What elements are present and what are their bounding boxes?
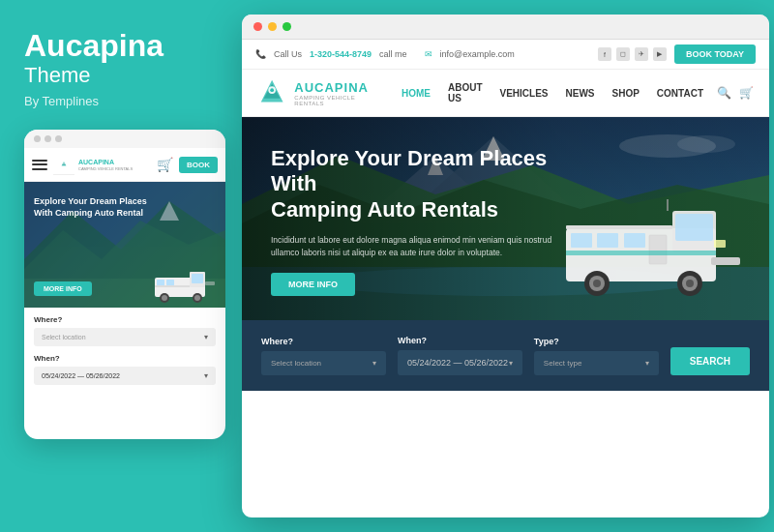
svg-rect-36 xyxy=(675,214,713,241)
email-icon: ✉ xyxy=(425,49,432,59)
mobile-logo-icon xyxy=(53,154,74,175)
by-line: By Templines xyxy=(24,94,213,108)
svg-point-44 xyxy=(593,280,601,287)
nav-link-about[interactable]: ABOUT US xyxy=(448,82,483,103)
svg-rect-51 xyxy=(714,240,726,248)
site-nav-links: HOME ABOUT US VEHICLES NEWS SHOP CONTACT xyxy=(402,82,703,103)
mobile-when-select[interactable]: 05/24/2022 — 05/26/2022 ▾ xyxy=(34,367,216,385)
mobile-hero: Explore Your Dream Places With Camping A… xyxy=(24,182,225,308)
svg-rect-40 xyxy=(649,235,667,264)
when-value: 05/24/2022 — 05/26/2022 xyxy=(407,358,508,368)
call-me-link[interactable]: call me xyxy=(379,49,407,59)
mobile-nav: AUCAPINA CAMPING VEHICLE RENTALS 🛒 BOOK xyxy=(24,148,225,182)
social-icons: f ◻ ✈ ▶ xyxy=(598,47,667,61)
site-hero-headline: Explore Your Dream Places With Camping A… xyxy=(271,146,580,222)
mobile-logo-name: AUCAPINA xyxy=(78,159,133,166)
book-today-btn[interactable]: BOOK TODAY xyxy=(674,44,756,64)
type-placeholder: Select type xyxy=(544,359,582,368)
mobile-where-select[interactable]: Select location ▾ xyxy=(34,328,216,346)
type-field: Type? Select type ▾ xyxy=(534,337,659,375)
mobile-book-btn[interactable]: BOOK xyxy=(179,157,218,173)
type-select[interactable]: Select type ▾ xyxy=(534,351,659,375)
where-chevron-icon: ▾ xyxy=(372,359,376,368)
svg-point-47 xyxy=(686,280,694,287)
mobile-hero-btn[interactable]: MORE INFO xyxy=(34,281,92,296)
svg-rect-50 xyxy=(566,225,672,229)
svg-rect-16 xyxy=(157,280,164,285)
svg-point-12 xyxy=(162,295,167,301)
mobile-when-label: When? xyxy=(34,354,216,363)
svg-rect-39 xyxy=(624,233,645,248)
mobile-hero-headline: Explore Your Dream Places With Camping A… xyxy=(34,196,150,219)
when-select[interactable]: 05/24/2022 — 05/26/2022 ▾ xyxy=(398,350,522,375)
site-hero-body: Incididunt ut labore eut dolore magna al… xyxy=(271,234,580,259)
mobile-camper-svg xyxy=(153,264,221,303)
svg-rect-10 xyxy=(192,274,203,283)
brand-subtitle: Theme xyxy=(24,63,213,88)
mobile-dot-2 xyxy=(45,135,51,142)
cart-nav-icon[interactable]: 🛒 xyxy=(739,86,754,100)
when-field: When? 05/24/2022 — 05/26/2022 ▾ xyxy=(398,336,522,375)
site-logo-icon xyxy=(257,77,286,108)
youtube-icon[interactable]: ▶ xyxy=(653,47,667,61)
mobile-logo: AUCAPINA CAMPING VEHICLE RENTALS xyxy=(53,154,151,175)
hamburger-icon[interactable] xyxy=(32,160,47,170)
svg-point-14 xyxy=(194,295,200,301)
nav-link-vehicles[interactable]: VEHICLES xyxy=(500,88,549,99)
email-address[interactable]: info@example.com xyxy=(440,49,515,59)
site-topbar: 📞 Call Us 1-320-544-8749 call me ✉ info@… xyxy=(242,40,769,70)
mobile-mockup: AUCAPINA CAMPING VEHICLE RENTALS 🛒 BOOK … xyxy=(24,130,225,439)
more-info-btn[interactable]: MORE INFO xyxy=(271,273,355,296)
mobile-hero-text: Explore Your Dream Places With Camping A… xyxy=(34,196,150,219)
svg-rect-48 xyxy=(711,257,740,265)
right-panel: 📞 Call Us 1-320-544-8749 call me ✉ info@… xyxy=(242,15,769,517)
where-select[interactable]: Select location ▾ xyxy=(261,351,386,375)
svg-rect-41 xyxy=(566,251,716,255)
mobile-where-label: Where? xyxy=(34,315,216,324)
svg-rect-15 xyxy=(155,285,190,287)
site-nav: AUCAPINA CAMPING VEHICLE RENTALS HOME AB… xyxy=(242,70,769,117)
brand-title: Aucapina xyxy=(24,29,213,63)
cart-icon[interactable]: 🛒 xyxy=(157,157,173,172)
search-button[interactable]: SEARCH xyxy=(670,347,750,375)
facebook-icon[interactable]: f xyxy=(598,47,611,61)
svg-rect-18 xyxy=(205,281,215,285)
site-hero-content: Explore Your Dream Places With Camping A… xyxy=(271,146,580,296)
left-panel: Aucapina Theme By Templines AUCAPINA C xyxy=(0,0,237,532)
nav-link-news[interactable]: NEWS xyxy=(566,88,595,99)
where-label: Where? xyxy=(261,337,386,346)
mobile-form: Where? Select location ▾ When? 05/24/202… xyxy=(24,308,225,400)
site-hero-camper-svg xyxy=(556,190,750,306)
where-placeholder: Select location xyxy=(271,359,321,368)
site-hero: Explore Your Dream Places With Camping A… xyxy=(242,117,769,320)
nav-link-contact[interactable]: CONTACT xyxy=(657,88,703,99)
phone-icon: 📞 xyxy=(255,49,266,59)
instagram-icon[interactable]: ◻ xyxy=(616,47,630,61)
browser-minimize-dot xyxy=(268,22,277,31)
site-nav-icons: 🔍 🛒 xyxy=(717,86,754,100)
mobile-logo-tagline: CAMPING VEHICLE RENTALS xyxy=(78,166,133,171)
search-icon[interactable]: 🔍 xyxy=(717,86,731,100)
site-search-bar: Where? Select location ▾ When? 05/24/202… xyxy=(242,320,769,391)
when-chevron-icon: ▾ xyxy=(509,359,513,368)
when-label: When? xyxy=(398,336,522,345)
type-chevron-icon: ▾ xyxy=(645,359,649,368)
telegram-icon[interactable]: ✈ xyxy=(635,47,648,61)
browser-maximize-dot xyxy=(283,22,291,31)
site-logo: AUCAPINA CAMPING VEHICLE RENTALS xyxy=(257,77,382,108)
svg-point-22 xyxy=(270,88,274,92)
site-logo-tagline: CAMPING VEHICLE RENTALS xyxy=(294,95,382,106)
nav-link-home[interactable]: HOME xyxy=(402,88,431,99)
svg-point-2 xyxy=(63,163,65,164)
mobile-dot-1 xyxy=(34,135,41,142)
browser-chrome xyxy=(242,15,769,40)
phone-number[interactable]: 1-320-544-8749 xyxy=(310,49,372,59)
svg-rect-17 xyxy=(166,280,174,285)
svg-rect-38 xyxy=(597,233,618,248)
mobile-dot-3 xyxy=(55,135,62,142)
where-field: Where? Select location ▾ xyxy=(261,337,386,375)
nav-link-shop[interactable]: SHOP xyxy=(612,88,640,99)
type-label: Type? xyxy=(534,337,659,346)
site-logo-name: AUCAPINA xyxy=(294,80,382,95)
chevron-down-icon: ▾ xyxy=(204,333,208,341)
